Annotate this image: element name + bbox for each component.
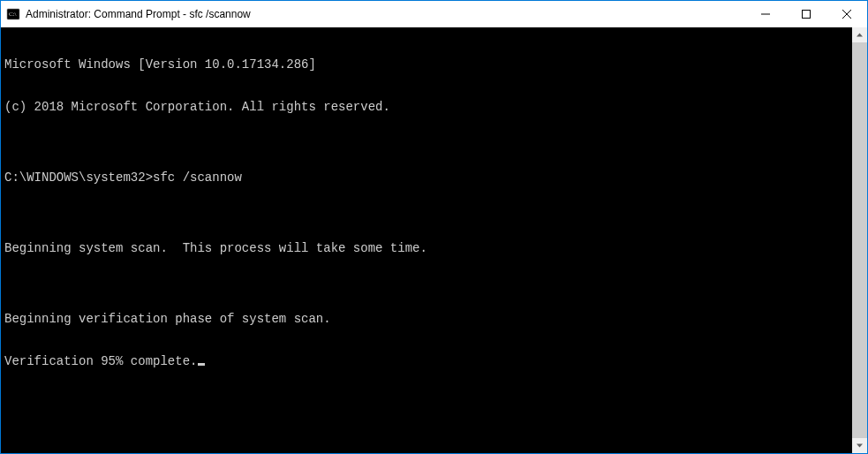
svg-text:C:\: C:\ (9, 11, 17, 18)
svg-rect-3 (803, 11, 811, 19)
content-area: Microsoft Windows [Version 10.0.17134.28… (1, 27, 867, 453)
terminal-line: Microsoft Windows [Version 10.0.17134.28… (4, 57, 849, 72)
terminal-line: Verification 95% complete. (4, 354, 849, 368)
scroll-down-button[interactable] (852, 438, 867, 453)
svg-marker-7 (857, 443, 863, 447)
command-prompt-window: C:\ Administrator: Command Prompt - sfc … (0, 0, 868, 454)
cursor-icon (198, 363, 205, 366)
scroll-track[interactable] (852, 42, 867, 438)
window-controls (745, 1, 867, 27)
terminal-line: (c) 2018 Microsoft Corporation. All righ… (4, 100, 849, 114)
terminal-line: Beginning system scan. This process will… (4, 241, 849, 255)
maximize-button[interactable] (786, 1, 826, 27)
scroll-up-button[interactable] (852, 27, 867, 42)
vertical-scrollbar[interactable] (852, 27, 867, 453)
terminal-output[interactable]: Microsoft Windows [Version 10.0.17134.28… (1, 27, 852, 453)
window-title: Administrator: Command Prompt - sfc /sca… (26, 8, 251, 20)
minimize-button[interactable] (745, 1, 786, 27)
terminal-line: Beginning verification phase of system s… (4, 312, 849, 326)
svg-marker-6 (857, 33, 863, 36)
app-icon: C:\ (6, 7, 20, 21)
scroll-thumb[interactable] (852, 42, 867, 438)
terminal-text: Verification 95% complete. (4, 354, 197, 368)
terminal-line: C:\WINDOWS\system32>sfc /scannow (4, 170, 849, 185)
close-button[interactable] (826, 1, 867, 27)
titlebar[interactable]: C:\ Administrator: Command Prompt - sfc … (1, 1, 867, 27)
